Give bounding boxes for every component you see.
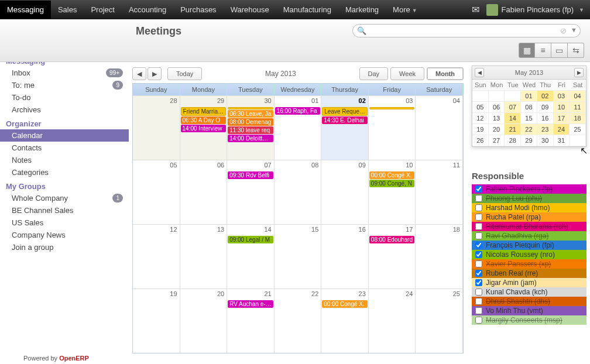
mini-day[interactable]: 08 bbox=[521, 102, 537, 113]
calendar-cell[interactable]: 25 bbox=[416, 289, 463, 353]
nav-item-marketing[interactable]: Marketing bbox=[338, 1, 386, 19]
calendar-cell[interactable]: 19 bbox=[133, 289, 180, 353]
nav-item-purchases[interactable]: Purchases bbox=[173, 1, 223, 19]
user-menu[interactable]: Fabien Pinckaers (fp) ▼ bbox=[486, 4, 590, 16]
calendar-cell[interactable]: 12 bbox=[133, 224, 180, 289]
calendar-cell[interactable]: 3006:30 Leave, Ja08:00 Demenag11:30 leav… bbox=[227, 95, 275, 160]
sidebar-item-inbox[interactable]: Inbox99+ bbox=[0, 67, 129, 79]
range-day-button[interactable]: Day bbox=[359, 67, 389, 80]
mini-day[interactable]: 01 bbox=[521, 91, 537, 102]
cal-today-button[interactable]: Today bbox=[167, 67, 202, 80]
calendar-event[interactable]: 08:00 Demenag bbox=[228, 118, 273, 126]
mini-day[interactable]: 02 bbox=[537, 91, 554, 102]
responsible-checkbox[interactable] bbox=[475, 307, 482, 314]
calendar-cell[interactable]: 09 bbox=[321, 160, 369, 224]
calendar-cell[interactable]: 13 bbox=[180, 224, 228, 289]
calendar-event[interactable]: 09:00 Legal / M bbox=[228, 236, 273, 243]
nav-item-messaging[interactable]: Messaging bbox=[0, 1, 51, 19]
mini-day[interactable]: 10 bbox=[554, 102, 570, 113]
calendar-cell[interactable]: 21RV Auchan e-business à Bxl - a bbox=[227, 289, 275, 353]
calendar-event[interactable] bbox=[228, 107, 273, 109]
responsible-checkbox[interactable] bbox=[475, 195, 482, 202]
responsible-item[interactable]: Xavier Panssers (xp) bbox=[472, 259, 586, 269]
view-form-button[interactable]: ▭ bbox=[551, 43, 568, 58]
calendar-cell[interactable]: 18 bbox=[416, 224, 463, 289]
mini-day[interactable]: 11 bbox=[570, 102, 586, 113]
sidebar-item-to-do[interactable]: To-do bbox=[0, 91, 129, 104]
mini-day[interactable]: 03 bbox=[554, 91, 570, 102]
responsible-checkbox[interactable] bbox=[475, 270, 482, 277]
mini-prev-button[interactable]: ◀ bbox=[475, 68, 484, 77]
responsible-item[interactable]: Ravi Ghadhiva (rga) bbox=[472, 231, 586, 241]
sidebar-item-company-news[interactable]: Company News bbox=[0, 229, 129, 241]
mini-day[interactable]: 27 bbox=[489, 135, 505, 146]
calendar-event[interactable]: 00:00 Congé X. bbox=[369, 171, 415, 179]
calendar-cell[interactable]: 29Friend Marriage, Kuldeep Joshi06:30 A … bbox=[180, 95, 228, 160]
mini-day[interactable]: 26 bbox=[472, 135, 489, 146]
calendar-event[interactable]: RV Auchan e-business à Bxl - a bbox=[228, 300, 273, 308]
mini-day[interactable]: 13 bbox=[489, 113, 505, 124]
calendar-cell[interactable]: 1409:00 Legal / M bbox=[227, 224, 275, 289]
calendar-cell[interactable]: 0116:00 Raph, Fa bbox=[275, 95, 322, 160]
sidebar-item-categories[interactable]: Categories bbox=[0, 166, 129, 178]
mini-day[interactable]: 17 bbox=[554, 113, 570, 124]
mini-day[interactable]: 30 bbox=[537, 135, 554, 146]
calendar-event[interactable]: 14:00 Deloitte R bbox=[228, 135, 273, 142]
cal-next-button[interactable]: ▶ bbox=[148, 67, 162, 80]
calendar-event[interactable]: 09:00 Congé, N bbox=[369, 180, 415, 187]
mini-day[interactable]: 31 bbox=[554, 135, 570, 146]
mini-next-button[interactable]: ▶ bbox=[574, 68, 584, 77]
calendar-event[interactable]: 14:00 Interview bbox=[181, 125, 227, 132]
mini-day[interactable] bbox=[489, 91, 505, 102]
mini-day[interactable]: 14 bbox=[505, 113, 521, 124]
responsible-item[interactable]: Ruben Real (rre) bbox=[472, 269, 586, 278]
mini-day[interactable] bbox=[472, 91, 489, 102]
nav-item-sales[interactable]: Sales bbox=[51, 1, 84, 19]
chevron-down-icon[interactable]: ▼ bbox=[571, 26, 577, 33]
responsible-checkbox[interactable] bbox=[475, 204, 482, 211]
responsible-checkbox[interactable] bbox=[475, 251, 482, 258]
responsible-item[interactable]: Dhruti Shashtri (dhs) bbox=[472, 297, 586, 306]
calendar-event[interactable]: Friend Marriage, Kuldeep Joshi bbox=[181, 107, 227, 116]
responsible-item[interactable]: Ritenkumar Bhorania (rch) bbox=[472, 222, 586, 231]
calendar-cell[interactable]: 22 bbox=[275, 289, 322, 353]
responsible-item[interactable]: Kunal Chavda (kch) bbox=[472, 287, 586, 297]
mini-day[interactable]: 09 bbox=[537, 102, 554, 113]
calendar-event[interactable]: 16:00 Raph, Fa bbox=[275, 107, 321, 115]
responsible-checkbox[interactable] bbox=[475, 260, 482, 267]
cal-prev-button[interactable]: ◀ bbox=[132, 67, 146, 80]
nav-item-manufacturing[interactable]: Manufacturing bbox=[276, 1, 338, 19]
mini-day[interactable]: 06 bbox=[489, 102, 505, 113]
calendar-cell[interactable]: 24 bbox=[369, 289, 416, 353]
sidebar-item-archives[interactable]: Archives bbox=[0, 104, 129, 116]
mini-day[interactable]: 29 bbox=[521, 135, 537, 146]
sidebar-item-to-me[interactable]: To: me9 bbox=[0, 79, 129, 91]
range-month-button[interactable]: Month bbox=[427, 67, 464, 80]
responsible-checkbox[interactable] bbox=[475, 317, 482, 324]
mail-icon[interactable]: ✉ bbox=[465, 0, 486, 20]
calendar-cell[interactable]: 16 bbox=[321, 224, 369, 289]
responsible-checkbox[interactable] bbox=[475, 298, 482, 305]
calendar-cell[interactable]: 0709:30 Rdv Belfi bbox=[227, 160, 275, 224]
sidebar-item-notes[interactable]: Notes bbox=[0, 154, 129, 166]
nav-item-warehouse[interactable]: Warehouse bbox=[224, 1, 276, 19]
sidebar-item-join-a-group[interactable]: Join a group bbox=[0, 241, 129, 253]
sidebar-item-be-channel-sales[interactable]: BE Channel Sales bbox=[0, 204, 129, 217]
calendar-event[interactable]: 00:00 Congé X. bbox=[322, 300, 368, 308]
responsible-checkbox[interactable] bbox=[475, 232, 482, 239]
sidebar-item-calendar[interactable]: Calendar bbox=[0, 129, 129, 142]
mini-day[interactable]: 21 bbox=[505, 124, 521, 135]
mini-day[interactable]: 24 bbox=[554, 124, 570, 135]
nav-more[interactable]: More▼ bbox=[386, 1, 424, 19]
view-gantt-button[interactable]: ⇆ bbox=[568, 43, 584, 58]
calendar-event[interactable]: Leave Request, Ansel Cloquet bbox=[322, 107, 368, 116]
calendar-cell[interactable]: 05 bbox=[133, 160, 180, 224]
search-input[interactable] bbox=[352, 24, 581, 37]
responsible-item[interactable]: Harshad Modi (hmo) bbox=[472, 203, 586, 212]
calendar-cell[interactable]: 2300:00 Congé X. bbox=[321, 289, 369, 353]
responsible-item[interactable]: Rucha Patel (rpa) bbox=[472, 212, 586, 222]
responsible-item[interactable]: Vo Minh Thu (vmt) bbox=[472, 306, 586, 315]
view-calendar-button[interactable]: ▦ bbox=[519, 43, 535, 58]
responsible-checkbox[interactable] bbox=[475, 289, 482, 296]
mini-day[interactable]: 19 bbox=[472, 124, 489, 135]
